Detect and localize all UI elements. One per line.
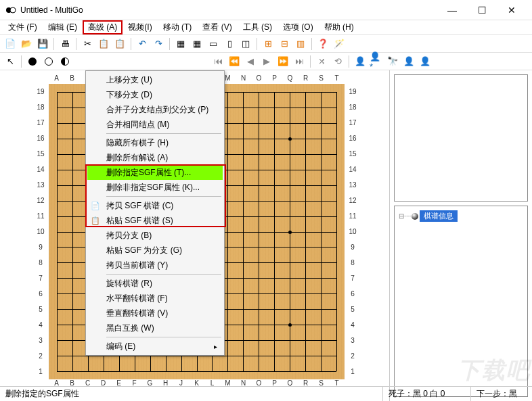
- black-stone-icon[interactable]: [25, 54, 40, 69]
- person-a-icon[interactable]: 👤: [401, 54, 416, 69]
- shuffle-icon[interactable]: ⤨: [314, 54, 329, 69]
- menu-item-12[interactable]: 拷贝分支 (B): [87, 228, 223, 243]
- menu-5[interactable]: 查看 (V): [197, 20, 237, 34]
- menu-icon: 📋: [90, 215, 101, 226]
- menu-item-label: 粘贴 SGF 为分支 (G): [106, 245, 182, 256]
- menu-item-0[interactable]: 上移分支 (U): [87, 72, 223, 87]
- app-icon: [5, 5, 16, 16]
- pointer-icon[interactable]: ↖: [3, 54, 18, 69]
- svg-point-1: [10, 7, 16, 13]
- forward-icon[interactable]: ⏩: [275, 54, 290, 69]
- menu-item-2[interactable]: 合并子分支结点到父分支 (P): [87, 102, 223, 117]
- menu-item-21[interactable]: 编码 (E): [87, 339, 223, 354]
- rewind-icon[interactable]: ⏪: [227, 54, 242, 69]
- help-icon[interactable]: ❓: [315, 37, 330, 51]
- status-captures: 死子：黑 0 白 0: [383, 387, 471, 401]
- next-icon[interactable]: ▶: [259, 54, 274, 69]
- redo-icon[interactable]: ↷: [151, 37, 166, 51]
- menu-item-1[interactable]: 下移分支 (D): [87, 87, 223, 102]
- last-icon[interactable]: ⏭: [292, 54, 307, 69]
- menu-item-3[interactable]: 合并相同结点 (M): [87, 117, 223, 132]
- menu-item-5[interactable]: 隐藏所有棋子 (H): [87, 135, 223, 150]
- stone-icon: [412, 213, 418, 220]
- menu-item-13[interactable]: 粘贴 SGF 为分支 (G): [87, 243, 223, 258]
- cut-icon[interactable]: ✂: [80, 37, 95, 51]
- menu-item-label: 删除所有解说 (A): [106, 152, 168, 164]
- close-button[interactable]: ✕: [497, 1, 527, 20]
- window-title: Untitled - MultiGo: [20, 5, 437, 15]
- person-add-icon[interactable]: 👤: [353, 54, 368, 69]
- vsep-icon[interactable]: ▯: [222, 37, 237, 51]
- menubar: 文件 (F)编辑 (E)高级 (A)视频(I)移动 (T)查看 (V)工具 (S…: [0, 20, 532, 35]
- menu-item-6[interactable]: 删除所有解说 (A): [87, 150, 223, 165]
- grid-icon[interactable]: ▦: [173, 37, 188, 51]
- menu-6[interactable]: 工具 (S): [238, 20, 278, 34]
- menu-item-14[interactable]: 拷贝当前棋谱 (Y): [87, 258, 223, 273]
- menu-item-17[interactable]: 水平翻转棋谱 (F): [87, 291, 223, 306]
- prev-icon[interactable]: ◀: [243, 54, 258, 69]
- toolbar-main: 📄 📂 💾 🖶 ✂ 📋 📋 ↶ ↷ ▦ ▦ ▭ ▯ ◫ ⊞ ⊟ ▥ ❓ 🪄: [0, 35, 532, 53]
- menu-item-label: 垂直翻转棋谱 (V): [106, 308, 168, 319]
- loop-icon[interactable]: ⟲: [330, 54, 345, 69]
- menu-item-label: 删除非指定SGF属性 (K)...: [106, 182, 200, 193]
- menu-item-8[interactable]: 删除非指定SGF属性 (K)...: [87, 180, 223, 195]
- tree-label: 棋谱信息: [420, 210, 458, 222]
- window-icon[interactable]: ◫: [238, 37, 253, 51]
- undo-icon[interactable]: ↶: [135, 37, 150, 51]
- tree-root[interactable]: ⊟┈┈ 棋谱信息: [399, 210, 523, 222]
- new-icon[interactable]: 📄: [3, 37, 18, 51]
- menu-7[interactable]: 选项 (O): [278, 20, 319, 34]
- menu-item-label: 合并子分支结点到父分支 (P): [106, 104, 208, 116]
- white-stone-icon[interactable]: [41, 54, 56, 69]
- menu-item-label: 合并相同结点 (M): [106, 119, 169, 131]
- menu-item-10[interactable]: 📄拷贝 SGF 棋谱 (C): [87, 198, 223, 213]
- menu-4[interactable]: 移动 (T): [158, 20, 198, 34]
- menu-item-label: 下移分支 (D): [106, 89, 152, 101]
- comment-panel[interactable]: [394, 74, 528, 202]
- wand-icon[interactable]: 🪄: [332, 37, 347, 51]
- first-icon[interactable]: ⏮: [210, 54, 225, 69]
- menu-item-label: 编码 (E): [106, 341, 135, 352]
- statusbar: 删除指定的SGF属性 死子：黑 0 白 0 下一步：黑: [0, 386, 532, 401]
- menu-item-label: 旋转棋谱 (R): [106, 278, 152, 289]
- save-icon[interactable]: 💾: [35, 37, 50, 51]
- menu-item-label: 拷贝当前棋谱 (Y): [106, 260, 168, 271]
- print-icon[interactable]: 🖶: [58, 37, 72, 51]
- box-icon[interactable]: ▭: [206, 37, 221, 51]
- group-icon[interactable]: ▥: [293, 37, 308, 51]
- paste-icon[interactable]: 📋: [112, 37, 127, 51]
- toolbar-nav: ↖ ⏮ ⏪ ◀ ▶ ⏩ ⏭ ⤨ ⟲ 👤 👤* 🔭 👤 👤: [0, 53, 532, 70]
- menu-item-11[interactable]: 📋粘贴 SGF 棋谱 (S): [87, 213, 223, 228]
- menu-item-label: 隐藏所有棋子 (H): [106, 137, 169, 149]
- person-b-icon[interactable]: 👤: [418, 54, 433, 69]
- open-icon[interactable]: 📂: [19, 37, 34, 51]
- status-next: 下一步：黑: [471, 387, 532, 401]
- tree-panel[interactable]: ⊟┈┈ 棋谱信息: [394, 206, 528, 397]
- coord-left: 19181716151413121110987654321: [34, 84, 47, 379]
- menu-item-7[interactable]: 删除指定SGF属性 (T)...: [87, 165, 223, 180]
- menu-2[interactable]: 高级 (A): [83, 20, 123, 34]
- menu-0[interactable]: 文件 (F): [3, 20, 43, 34]
- person-star-icon[interactable]: 👤*: [369, 54, 384, 69]
- menu-item-18[interactable]: 垂直翻转棋谱 (V): [87, 306, 223, 321]
- menu-item-label: 粘贴 SGF 棋谱 (S): [106, 215, 173, 227]
- titlebar: Untitled - MultiGo — ☐ ✕: [0, 0, 532, 20]
- minimize-button[interactable]: —: [437, 1, 467, 20]
- maximize-button[interactable]: ☐: [467, 1, 497, 20]
- advanced-menu-dropdown: 上移分支 (U)下移分支 (D)合并子分支结点到父分支 (P)合并相同结点 (M…: [85, 70, 225, 356]
- menu-item-19[interactable]: 黑白互换 (W): [87, 321, 223, 335]
- menu-item-label: 删除指定SGF属性 (T)...: [106, 167, 191, 179]
- coord-right: 19181716151413121110987654321: [346, 84, 359, 379]
- menu-item-16[interactable]: 旋转棋谱 (R): [87, 276, 223, 291]
- copy-icon[interactable]: 📋: [96, 37, 111, 51]
- menu-item-label: 上移分支 (U): [106, 74, 152, 86]
- menu-3[interactable]: 视频(I): [123, 20, 157, 34]
- tree2-icon[interactable]: ⊟: [277, 37, 292, 51]
- grid2-icon[interactable]: ▦: [190, 37, 204, 51]
- tree-connector-icon: ⊟┈┈: [399, 212, 410, 220]
- half-stone-icon[interactable]: [58, 54, 72, 69]
- binoculars-icon[interactable]: 🔭: [385, 54, 400, 69]
- tree1-icon[interactable]: ⊞: [261, 37, 275, 51]
- menu-1[interactable]: 编辑 (E): [43, 20, 83, 34]
- menu-8[interactable]: 帮助 (H): [319, 20, 359, 34]
